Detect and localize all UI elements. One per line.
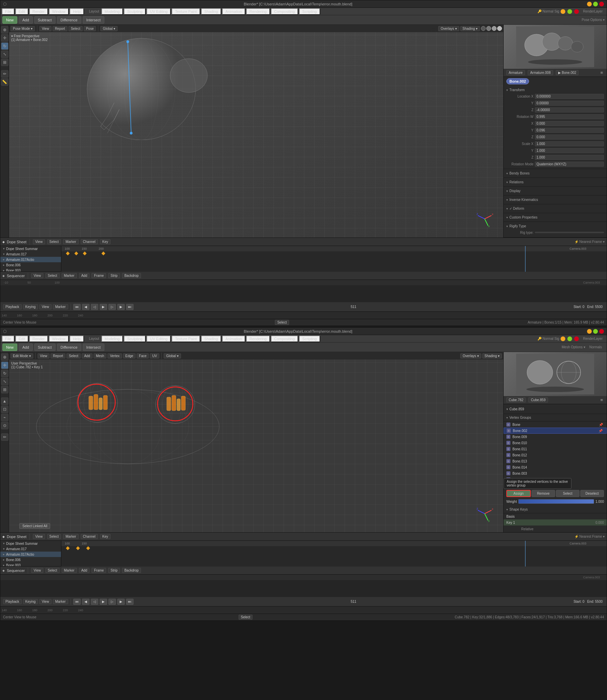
seq2-select[interactable]: Select — [45, 568, 60, 573]
rotmode-value[interactable]: Quaternion (WXYZ) — [535, 162, 604, 167]
menu-scripting-2[interactable]: Scripting — [299, 335, 320, 342]
seq-frame-1[interactable]: Frame — [92, 273, 106, 278]
seq2-view[interactable]: View — [31, 568, 43, 573]
toolbar-add-1[interactable]: Add — [19, 16, 33, 24]
vg-assign-btn[interactable]: Assign — [506, 490, 531, 497]
menu-uv-2[interactable]: UV Editing — [146, 335, 171, 342]
menu-modeling-2[interactable]: Modeling — [101, 335, 123, 342]
menu-render-1[interactable]: Render — [29, 8, 48, 15]
dope-marker-2[interactable]: Marker — [63, 534, 78, 539]
vg-bone010[interactable]: B Bone.010 — [504, 440, 607, 446]
vhdr-global-2[interactable]: Global ▾ — [164, 353, 181, 358]
pb-next-1[interactable]: ▶ — [117, 304, 125, 310]
tool-annotate[interactable]: ✏ — [1, 70, 8, 78]
shade-material[interactable] — [492, 26, 497, 31]
vhdr-report-1[interactable]: Report — [53, 26, 67, 31]
menu-file-2[interactable]: File — [2, 335, 15, 342]
tool-cursor-2[interactable]: ⊕ — [1, 353, 8, 361]
menu-help-2[interactable]: Help — [69, 335, 84, 342]
vhdr-uv-2[interactable]: UV — [150, 353, 159, 358]
menu-rendering-1[interactable]: Rendering — [246, 8, 270, 15]
tool-rotate[interactable]: ↻ — [1, 42, 8, 50]
tool-bevel-2[interactable]: ⌁ — [1, 414, 8, 421]
dope-key-1[interactable]: Key — [100, 239, 110, 244]
loc-y-value[interactable]: 0.00000 — [535, 101, 604, 106]
tool-cursor[interactable]: ⊕ — [1, 26, 8, 34]
tool-inset-2[interactable]: ⊡ — [1, 406, 8, 413]
seq-select-1[interactable]: Select — [45, 273, 60, 278]
seq2-add[interactable]: Add — [79, 568, 90, 573]
pb2-play[interactable]: ▶ — [100, 599, 107, 605]
panel-tab-cube859[interactable]: Cube.859 — [528, 397, 548, 403]
footer-select-2[interactable]: Select — [239, 615, 253, 620]
shade-solid[interactable] — [486, 26, 491, 31]
menu-shading-1[interactable]: Shading — [201, 8, 221, 15]
toolbar-subtract-1[interactable]: Subtract — [34, 16, 56, 24]
seq-strip-1[interactable]: Strip — [108, 273, 120, 278]
toolbar-new-2[interactable]: New — [2, 344, 17, 351]
toolbar-difference-1[interactable]: Difference — [57, 16, 81, 24]
vg-bone002[interactable]: B Bone.002 📌 — [504, 428, 607, 434]
menu-animation-1[interactable]: Animation — [222, 8, 245, 15]
pb-marker-1[interactable]: Marker — [53, 304, 68, 309]
vhdr-report-2[interactable]: Report — [50, 353, 65, 358]
menu-help-1[interactable]: Help — [69, 8, 84, 15]
select-linked-btn[interactable]: Select Linked All — [19, 523, 50, 529]
dope-view-2[interactable]: View — [33, 534, 45, 539]
vg-bone008[interactable]: B Bone.008 — [504, 482, 607, 489]
pb-play-1[interactable]: ▶ — [100, 304, 107, 310]
vhdr-shading-2[interactable]: Shading ▾ — [482, 353, 502, 358]
footer-select-1[interactable]: Select — [275, 320, 289, 325]
vhdr-view-1[interactable]: View — [39, 26, 52, 31]
minimize-btn-1[interactable] — [587, 2, 592, 6]
panel-tab-armature[interactable]: Armature — [506, 70, 525, 75]
weight-bar[interactable] — [518, 499, 594, 504]
vg-select-btn[interactable]: Select — [556, 490, 580, 497]
tool-scale[interactable]: ⤡ — [1, 50, 8, 58]
rigify-title[interactable]: Rigify Type — [506, 223, 604, 229]
menu-edit-1[interactable]: Edit — [15, 8, 28, 15]
tool-transform[interactable]: ⊞ — [1, 59, 8, 66]
menu-compositing-1[interactable]: Compositing — [271, 8, 298, 15]
tool-extrude-2[interactable]: ▲ — [1, 397, 8, 405]
dope-channel-1[interactable]: Channel — [81, 239, 98, 244]
toolbar-new-1[interactable]: New — [2, 16, 17, 24]
bendy-title[interactable]: Bendy Bones — [506, 170, 604, 176]
scale-y-value[interactable]: 1.000 — [535, 148, 604, 153]
vhdr-vertex-2[interactable]: Vertex — [107, 353, 122, 358]
menu-sculpting-2[interactable]: Sculpting — [124, 335, 146, 342]
menu-modeling-1[interactable]: Modeling — [101, 8, 123, 15]
menu-window-1[interactable]: Window — [49, 8, 69, 15]
pb-prev-1[interactable]: ◀ — [82, 304, 89, 310]
pb2-keying[interactable]: Keying — [23, 599, 38, 604]
menu-edit-2[interactable]: Edit — [15, 335, 28, 342]
pb2-next-frame[interactable]: ▷ — [108, 599, 116, 605]
rot-z-value[interactable]: 0.000 — [535, 135, 604, 140]
minimize-btn-2[interactable] — [587, 329, 592, 334]
vg-bone007[interactable]: B Bone.007 — [504, 476, 607, 482]
tool-move[interactable]: ✛ — [1, 34, 8, 42]
vhdr-select-1[interactable]: Select — [68, 26, 83, 31]
menu-sculpting-1[interactable]: Sculpting — [124, 8, 146, 15]
maximize-btn-1[interactable] — [593, 2, 598, 6]
display-title[interactable]: Display — [506, 188, 604, 194]
panel-tab-arm008[interactable]: Armature.008 — [528, 70, 553, 75]
shade-wire[interactable] — [481, 26, 486, 31]
vhdr-overlays-1[interactable]: Overlays ▾ — [438, 26, 459, 31]
vhdr-face-2[interactable]: Face — [137, 353, 149, 358]
menu-compositing-2[interactable]: Compositing — [271, 335, 298, 342]
close-btn-1[interactable] — [599, 2, 604, 6]
vg-bone003[interactable]: B Bone.003 — [504, 470, 607, 476]
seq2-backdrop[interactable]: Backdrop — [122, 568, 141, 573]
dope-select-2[interactable]: Select — [47, 534, 61, 539]
ik-title[interactable]: Inverse Kinematics — [506, 197, 604, 203]
toolbar-subtract-2[interactable]: Subtract — [34, 344, 56, 351]
dope-view-1[interactable]: View — [33, 239, 45, 244]
seq2-marker[interactable]: Marker — [62, 568, 77, 573]
vg-bone013[interactable]: B Bone.013 — [504, 458, 607, 464]
pb-jump-end-1[interactable]: ⏭ — [126, 304, 134, 310]
seq-backdrop-1[interactable]: Backdrop — [122, 273, 141, 278]
rot-y-value[interactable]: 0.096 — [535, 128, 604, 133]
pb2-jump-end[interactable]: ⏭ — [126, 599, 134, 605]
minimize-btn-1b[interactable] — [561, 9, 565, 14]
